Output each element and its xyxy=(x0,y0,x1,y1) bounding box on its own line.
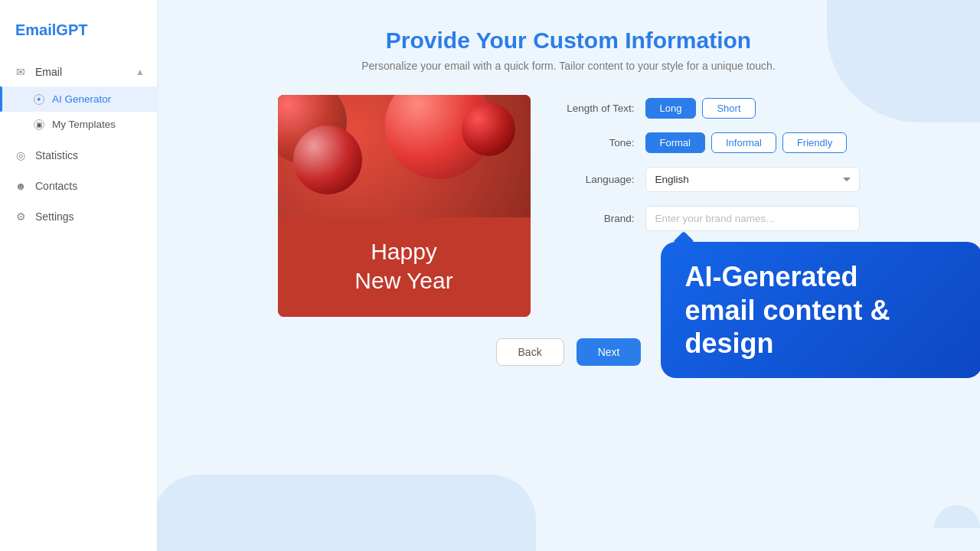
tone-btn-group: Formal Informal Friendly xyxy=(645,132,848,153)
logo-text: EmailGPT xyxy=(15,21,87,39)
email-group-header[interactable]: ✉ Email ▲ xyxy=(0,57,157,86)
statistics-icon: ◎ xyxy=(14,148,28,162)
title-blue: Custom Information xyxy=(533,28,751,53)
sidebar: EmailGPT ✉ Email ▲ ✦ AI Generator xyxy=(0,0,157,551)
logo: EmailGPT xyxy=(0,0,157,57)
sidebar-item-settings[interactable]: ⚙ Settings xyxy=(0,201,157,232)
settings-icon: ⚙ xyxy=(14,210,28,223)
length-short-btn[interactable]: Short xyxy=(702,98,755,119)
page-title: Provide Your Custom Information xyxy=(386,28,751,54)
bottom-actions: Back Next xyxy=(496,338,642,366)
statistics-label: Statistics xyxy=(35,149,78,161)
app-layout: EmailGPT ✉ Email ▲ ✦ AI Generator xyxy=(0,0,980,551)
tone-row: Tone: Formal Informal Friendly xyxy=(558,132,860,153)
tone-label: Tone: xyxy=(558,137,635,148)
length-btn-group: Long Short xyxy=(645,98,756,119)
my-templates-icon: ▣ xyxy=(34,119,44,130)
email-sub-items: ✦ AI Generator ▣ My Templates xyxy=(0,86,157,137)
settings-label: Settings xyxy=(35,210,74,223)
title-black: Provide Your xyxy=(386,28,527,53)
contacts-label: Contacts xyxy=(35,180,77,192)
ai-badge: AI-Generatedemail content & design xyxy=(661,242,981,378)
back-button[interactable]: Back xyxy=(496,338,564,366)
tone-informal-btn[interactable]: Informal xyxy=(711,132,776,153)
my-templates-label: My Templates xyxy=(52,119,116,130)
email-preview: Happy New Year xyxy=(278,95,531,317)
logo-blue: GPT xyxy=(56,21,87,38)
language-select[interactable]: English Spanish French German Italian xyxy=(645,167,860,192)
page-subtitle: Personalize your email with a quick form… xyxy=(361,60,776,72)
ornament-ball-4 xyxy=(462,103,515,156)
form-area: Happy New Year Length of Text: Long Shor… xyxy=(278,95,860,317)
length-label: Length of Text: xyxy=(558,103,635,114)
ornament-ball-3 xyxy=(293,126,362,194)
sidebar-item-statistics[interactable]: ◎ Statistics xyxy=(0,140,157,171)
language-label: Language: xyxy=(558,174,635,185)
ai-generator-icon: ✦ xyxy=(34,94,44,105)
email-group-label: Email xyxy=(35,66,62,78)
sidebar-item-ai-generator[interactable]: ✦ AI Generator xyxy=(0,86,157,112)
ai-generator-label: AI Generator xyxy=(52,93,111,105)
length-row: Length of Text: Long Short xyxy=(558,98,860,119)
length-long-btn[interactable]: Long xyxy=(645,98,697,119)
next-button[interactable]: Next xyxy=(577,338,642,366)
email-preview-balls xyxy=(278,95,531,217)
sidebar-item-my-templates[interactable]: ▣ My Templates xyxy=(0,112,157,137)
preview-line1: Happy xyxy=(293,239,515,265)
email-nav-section: ✉ Email ▲ ✦ AI Generator ▣ My Templates xyxy=(0,57,157,137)
brand-input[interactable] xyxy=(645,206,860,231)
language-row: Language: English Spanish French German … xyxy=(558,167,860,192)
form-panel: Length of Text: Long Short Tone: Formal … xyxy=(558,95,860,231)
brand-row: Brand: xyxy=(558,206,860,231)
email-preview-text: Happy New Year xyxy=(278,223,531,317)
logo-black: Email xyxy=(15,21,56,38)
email-icon: ✉ xyxy=(14,65,28,79)
main-content: Provide Your Custom Information Personal… xyxy=(157,0,980,551)
email-group-left: ✉ Email xyxy=(14,65,62,79)
contacts-icon: ☻ xyxy=(14,179,28,193)
brand-label: Brand: xyxy=(558,213,635,224)
tone-friendly-btn[interactable]: Friendly xyxy=(782,132,847,153)
tone-formal-btn[interactable]: Formal xyxy=(645,132,705,153)
ai-badge-text: AI-Generatedemail content & design xyxy=(685,260,958,360)
chevron-up-icon: ▲ xyxy=(136,67,145,77)
sidebar-nav: ✉ Email ▲ ✦ AI Generator ▣ My Templates xyxy=(0,57,157,551)
preview-line2: New Year xyxy=(293,268,515,294)
sidebar-item-contacts[interactable]: ☻ Contacts xyxy=(0,171,157,201)
